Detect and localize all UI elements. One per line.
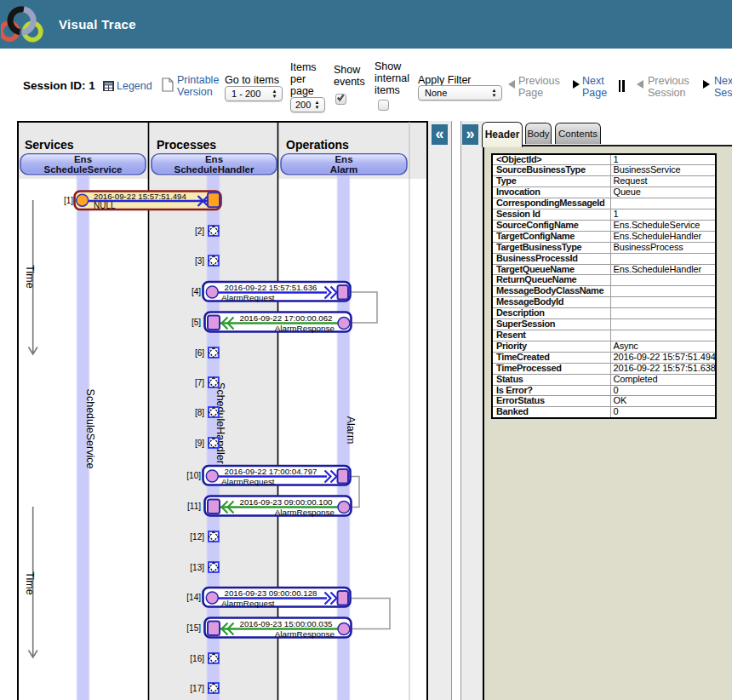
svg-text:[5]: [5] xyxy=(192,318,201,327)
svg-text:Time: Time xyxy=(24,265,36,288)
svg-text:2016-09-23 09:00:00.128: 2016-09-23 09:00:00.128 xyxy=(225,588,317,598)
svg-text:[7]: [7] xyxy=(195,378,204,387)
svg-text:AlarmRequest: AlarmRequest xyxy=(221,599,275,608)
svg-text:Services: Services xyxy=(25,138,74,152)
svg-text:[16]: [16] xyxy=(190,654,204,663)
svg-text:Operations: Operations xyxy=(286,138,349,152)
svg-text:[17]: [17] xyxy=(190,684,204,693)
svg-text:Ens: Ens xyxy=(205,154,223,164)
svg-text:2016-09-22 15:57:51.494: 2016-09-22 15:57:51.494 xyxy=(94,192,186,201)
svg-text:AlarmResponse: AlarmResponse xyxy=(275,324,335,333)
svg-text:AlarmRequest: AlarmRequest xyxy=(221,477,275,486)
svg-text:2016-09-22 17:00:00.062: 2016-09-22 17:00:00.062 xyxy=(240,313,333,323)
svg-text:[9]: [9] xyxy=(195,439,204,448)
svg-text:[12]: [12] xyxy=(190,532,204,542)
svg-text:[3]: [3] xyxy=(195,256,204,266)
svg-text:Ens: Ens xyxy=(74,154,92,164)
svg-text:ScheduleService: ScheduleService xyxy=(84,389,96,469)
svg-text:ScheduleHandler: ScheduleHandler xyxy=(214,382,226,464)
svg-text:[10]: [10] xyxy=(186,471,201,480)
svg-text:2016-09-23 09:00:00.100: 2016-09-23 09:00:00.100 xyxy=(240,497,333,507)
svg-text:[6]: [6] xyxy=(195,348,204,358)
svg-text:2016-09-23 15:00:00.035: 2016-09-23 15:00:00.035 xyxy=(240,619,333,628)
svg-text:Alarm: Alarm xyxy=(330,164,358,175)
svg-text:[1]: [1] xyxy=(64,196,73,205)
svg-text:AlarmResponse: AlarmResponse xyxy=(275,508,335,517)
svg-text:Ens: Ens xyxy=(335,154,352,164)
svg-text:[13]: [13] xyxy=(190,563,204,572)
svg-text:ScheduleHandler: ScheduleHandler xyxy=(174,164,254,175)
svg-text:[4]: [4] xyxy=(192,287,201,296)
svg-text:Alarm: Alarm xyxy=(345,416,357,445)
svg-text:2016-09-22 15:57:51.636: 2016-09-22 15:57:51.636 xyxy=(225,283,317,292)
svg-text:AlarmResponse: AlarmResponse xyxy=(275,629,335,639)
svg-text:[14]: [14] xyxy=(186,593,201,602)
svg-text:[15]: [15] xyxy=(186,623,201,633)
svg-text:NULL: NULL xyxy=(94,201,116,210)
svg-text:[8]: [8] xyxy=(195,408,204,417)
svg-text:[2]: [2] xyxy=(195,227,204,236)
svg-text:[11]: [11] xyxy=(187,502,201,511)
svg-text:Time: Time xyxy=(24,571,36,594)
svg-text:ScheduleService: ScheduleService xyxy=(43,164,122,175)
svg-text:2016-09-22 17:00:04.797: 2016-09-22 17:00:04.797 xyxy=(225,467,317,476)
svg-text:Processes: Processes xyxy=(157,138,216,152)
svg-text:AlarmRequest: AlarmRequest xyxy=(221,293,275,302)
